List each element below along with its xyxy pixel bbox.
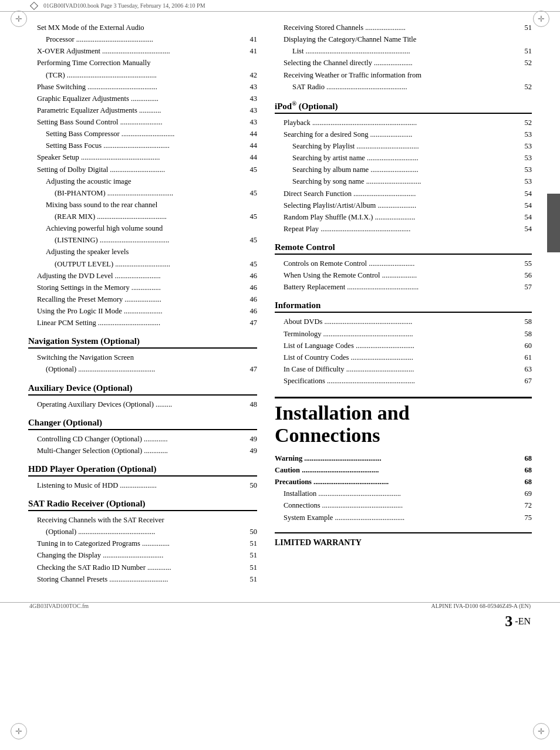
section-heading-information: Information	[275, 300, 532, 313]
installation-heading: Installation and Connections	[275, 402, 532, 446]
toc-entry: Setting of Dolby Digital ...............…	[28, 164, 257, 175]
toc-entry: Direct Search Function .................…	[275, 188, 532, 199]
corner-decoration-br: ✛	[533, 723, 549, 739]
toc-entry: Checking the SAT Radio ID Number .......…	[28, 562, 257, 573]
toc-entry: Displaying the Category/Channel Name Tit…	[275, 34, 532, 45]
toc-entry: (REAR MIX) .............................…	[28, 211, 257, 222]
left-column: Set MX Mode of the External Audio Proces…	[28, 22, 257, 586]
toc-entry: Receiving Channels with the SAT Receiver	[28, 515, 257, 525]
toc-entry: Searching by artist name ...............…	[275, 153, 532, 163]
toc-entry: Selecting the Channel directly .........…	[275, 58, 532, 68]
section-heading-ipod: iPod® (Optional)	[275, 100, 532, 114]
toc-entry: Searching for a desired Song ...........…	[275, 129, 532, 140]
toc-entry: Listening to Music of HDD ..............…	[28, 480, 257, 491]
toc-entry: Precautions ............................…	[275, 477, 532, 487]
toc-entry: Storing Settings in the Memory .........…	[28, 282, 257, 293]
content-area: Set MX Mode of the External Audio Proces…	[0, 12, 560, 597]
toc-entry: Searching by Playlist ..................…	[275, 141, 532, 151]
toc-entry: Adjusting the DVD Level ................…	[28, 271, 257, 281]
right-column: Receiving Stored Channels ..............…	[275, 22, 532, 586]
page-number: 3	[505, 613, 512, 630]
toc-entry: About DVDs .............................…	[275, 316, 532, 327]
section-heading-sat: SAT Radio Receiver (Optional)	[28, 499, 257, 511]
toc-entry: Processor ..............................…	[28, 34, 257, 45]
toc-entry: (OUTPUT LEVEL) .........................…	[28, 259, 257, 269]
toc-entry: Playback ...............................…	[275, 117, 532, 128]
toc-entry: Receiving Weather or Traffic information…	[275, 70, 532, 80]
toc-entry: Graphic Equalizer Adjustments ..........…	[28, 93, 257, 104]
toc-entry: Recalling the Preset Memory ............…	[28, 294, 257, 305]
corner-decoration-tr: ✛	[533, 11, 549, 27]
toc-entry: Battery Replacement ....................…	[275, 282, 532, 292]
limited-warranty: LIMITED WARRANTY	[275, 532, 532, 548]
toc-entry: Terminology ............................…	[275, 329, 532, 339]
toc-entry: Specifications .........................…	[275, 376, 532, 386]
toc-entry: Phase Switching ........................…	[28, 82, 257, 92]
toc-entry: Set MX Mode of the External Audio	[28, 22, 257, 33]
toc-entry: Adjusting the speaker levels	[28, 246, 257, 257]
toc-entry: (TCR) ..................................…	[28, 70, 257, 80]
section-heading-remote: Remote Control	[275, 242, 532, 255]
section-heading-navigation: Navigation System (Optional)	[28, 336, 257, 349]
page-suffix: -EN	[515, 616, 531, 627]
toc-entry: Setting Bass Focus .....................…	[28, 140, 257, 151]
toc-entry: Controls on Remote Control .............…	[275, 258, 532, 269]
section-heading-hdd: HDD Player Operation (Optional)	[28, 464, 257, 477]
toc-entry: Searching by song name .................…	[275, 176, 532, 187]
corner-decoration-tl: ✛	[11, 11, 27, 27]
sidebar-tab	[547, 194, 560, 252]
toc-entry: Receiving Stored Channels ..............…	[275, 22, 532, 33]
toc-entry: List of Country Codes ..................…	[275, 352, 532, 363]
toc-entry: (Optional) .............................…	[28, 526, 257, 537]
toc-entry: Warning ................................…	[275, 453, 532, 464]
section-heading-changer: Changer (Optional)	[28, 418, 257, 430]
toc-entry: In Case of Difficulty ..................…	[275, 364, 532, 374]
toc-entry: Controlling CD Changer (Optional) ......…	[28, 434, 257, 444]
footer-product-info: ALPINE IVA-D100 68-05946Z49-A (EN)	[431, 603, 531, 609]
toc-entry: Selecting Playlist/Artist/Album ........…	[275, 200, 532, 211]
toc-entry: Storing Channel Presets ................…	[28, 574, 257, 585]
section-heading-auxiliary: Auxiliary Device (Optional)	[28, 383, 257, 396]
diamond-icon	[30, 1, 38, 9]
header: 01GB00IVAD100.book Page 3 Tuesday, Febru…	[0, 0, 560, 12]
toc-entry: Searching by album name ................…	[275, 164, 532, 175]
header-file-info: 01GB00IVAD100.book Page 3 Tuesday, Febru…	[43, 2, 205, 9]
toc-entry: (LISTENING) ............................…	[28, 235, 257, 245]
toc-entry: List ...................................…	[275, 46, 532, 56]
toc-entry: When Using the Remote Control ..........…	[275, 270, 532, 281]
toc-entry: Repeat Play ............................…	[275, 224, 532, 234]
corner-decoration-bl: ✛	[11, 723, 27, 739]
toc-entry: X-OVER Adjustment ......................…	[28, 46, 257, 56]
toc-entry: (BI-PHANTOM) ...........................…	[28, 188, 257, 198]
toc-entry: System Example .........................…	[275, 512, 532, 523]
toc-entry: Performing Time Correction Manually	[28, 58, 257, 68]
toc-entry: Parametric Equalizer Adjustments .......…	[28, 105, 257, 116]
toc-entry: Setting Bass Sound Control .............…	[28, 117, 257, 127]
toc-entry: List of Language Codes .................…	[275, 340, 532, 351]
toc-entry: Multi-Changer Selection (Optional) .....…	[28, 445, 257, 456]
toc-entry: Switching the Navigation Screen	[28, 352, 257, 363]
installation-section: Installation and Connections Warning ...…	[275, 397, 532, 523]
toc-entry: Adjusting the acoustic image	[28, 176, 257, 187]
toc-entry: Operating Auxiliary Devices (Optional) .…	[28, 399, 257, 410]
toc-entry: Mixing bass sound to the rear channel	[28, 200, 257, 210]
toc-entry: Linear PCM Setting .....................…	[28, 317, 257, 328]
toc-entry: Installation ...........................…	[275, 488, 532, 499]
toc-entry: Connections ............................…	[275, 500, 532, 511]
toc-entry: Random Play Shuffle (M.I.X.) ...........…	[275, 212, 532, 222]
toc-entry: Speaker Setup ..........................…	[28, 152, 257, 163]
toc-entry: (Optional) .............................…	[28, 364, 257, 374]
page-number-area: 3-EN	[0, 613, 560, 630]
toc-entry: Achieving powerful high volume sound	[28, 223, 257, 234]
toc-entry: Changing the Display ...................…	[28, 550, 257, 560]
toc-entry: Setting Bass Compressor ................…	[28, 129, 257, 139]
toc-entry: Using the Pro Logic II Mode ............…	[28, 306, 257, 316]
toc-entry: SAT Radio ..............................…	[275, 82, 532, 92]
toc-entry: Tuning in to Categorized Programs ......…	[28, 538, 257, 549]
footer-filename: 4GB03IVAD100TOC.fm	[29, 603, 89, 609]
toc-entry: Caution ................................…	[275, 465, 532, 475]
